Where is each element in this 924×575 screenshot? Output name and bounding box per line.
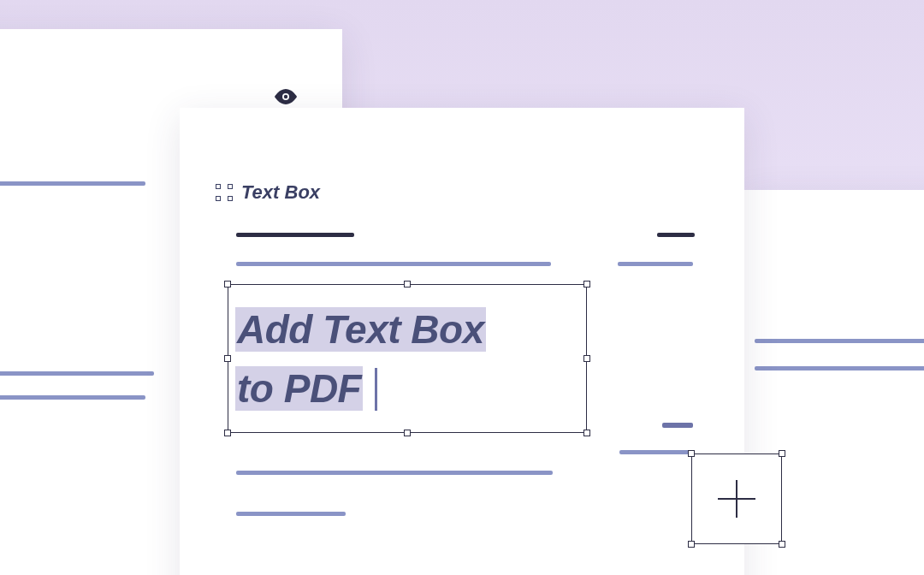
add-element-box[interactable]	[691, 453, 782, 544]
plus-icon	[718, 480, 755, 518]
resize-handle-bottom-right[interactable]	[779, 541, 785, 548]
resize-handle-top-left[interactable]	[688, 450, 695, 457]
resize-handle-middle-left[interactable]	[224, 355, 231, 362]
placeholder-line	[0, 395, 145, 400]
placeholder-line	[619, 450, 693, 454]
textbox-target-icon	[217, 186, 231, 199]
resize-handle-top-right[interactable]	[583, 281, 590, 288]
placeholder-line	[662, 423, 693, 428]
resize-handle-top-left[interactable]	[224, 281, 231, 288]
resize-handle-bottom-left[interactable]	[688, 541, 695, 548]
textbox-line2: to PDF	[235, 366, 363, 411]
placeholder-line	[236, 471, 553, 475]
placeholder-line	[236, 262, 551, 266]
placeholder-line	[755, 339, 924, 343]
placeholder-line	[755, 366, 924, 370]
placeholder-heading-line	[236, 233, 354, 237]
svg-point-1	[284, 95, 287, 98]
textbox-line1: Add Text Box	[235, 307, 486, 352]
placeholder-heading-line	[657, 233, 695, 237]
main-document: Text Box Add Text Box to PDF	[180, 108, 744, 575]
placeholder-line	[0, 371, 154, 376]
textbox-tool-label[interactable]: Text Box	[217, 181, 320, 204]
textbox-tool-text: Text Box	[241, 181, 320, 204]
resize-handle-middle-right[interactable]	[583, 355, 590, 362]
resize-handle-bottom-left[interactable]	[224, 430, 231, 436]
eye-icon	[274, 89, 298, 108]
placeholder-line	[236, 512, 346, 516]
textbox-content[interactable]: Add Text Box to PDF	[235, 300, 579, 417]
editable-textbox[interactable]: Add Text Box to PDF	[228, 284, 587, 433]
resize-handle-top-right[interactable]	[779, 450, 785, 457]
resize-handle-top-middle[interactable]	[404, 281, 411, 288]
text-caret-icon	[375, 368, 377, 411]
placeholder-line	[0, 181, 145, 186]
resize-handle-bottom-right[interactable]	[583, 430, 590, 436]
placeholder-line	[618, 262, 693, 266]
resize-handle-bottom-middle[interactable]	[404, 430, 411, 436]
